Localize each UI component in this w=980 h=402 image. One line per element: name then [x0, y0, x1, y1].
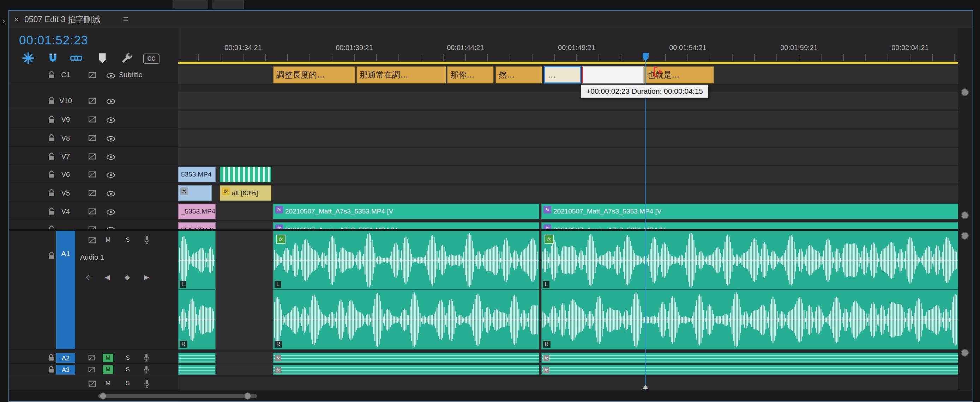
- sequence-tab[interactable]: 0507 Edit 3 掐字刪減: [24, 11, 100, 28]
- track-output-eye-icon[interactable]: [106, 97, 115, 106]
- horizontal-scrollbar[interactable]: [9, 390, 973, 401]
- solo-button[interactable]: S: [123, 236, 133, 244]
- lock-icon[interactable]: [47, 170, 56, 179]
- nest-toggle-icon[interactable]: [22, 52, 34, 64]
- track-target-a1[interactable]: A1: [56, 231, 75, 350]
- video-scroll-handle-bottom[interactable]: [961, 211, 969, 219]
- audio-clip[interactable]: fx: [541, 365, 958, 375]
- solo-button[interactable]: S: [123, 354, 133, 362]
- voiceover-mic-icon[interactable]: [142, 353, 151, 362]
- sync-lock-icon[interactable]: [88, 188, 97, 198]
- sync-lock-icon[interactable]: [88, 170, 97, 179]
- work-area-bar[interactable]: [178, 62, 958, 64]
- panel-collapse-chevron[interactable]: ›: [2, 16, 5, 27]
- sync-lock-icon[interactable]: [88, 133, 97, 143]
- audio-clip[interactable]: L R: [178, 231, 216, 350]
- track-output-eye-icon[interactable]: [106, 134, 115, 143]
- video-clip[interactable]: _5353.MP4: [178, 204, 216, 219]
- track-output-eye-icon[interactable]: [106, 71, 115, 80]
- track-output-eye-icon[interactable]: [106, 153, 115, 162]
- snap-icon[interactable]: [47, 52, 59, 64]
- sync-lock-icon[interactable]: [88, 70, 97, 80]
- audio-scroll-handle-top[interactable]: [961, 232, 969, 240]
- caption-clip[interactable]: 那你…: [447, 66, 494, 84]
- lock-icon[interactable]: [47, 366, 56, 374]
- captions-menu-icon[interactable]: CC: [143, 54, 159, 64]
- caption-clip[interactable]: 那通常在調…: [356, 66, 446, 84]
- video-clip[interactable]: fx20210507_Annie_A7s3_5351.MP4 [V: [273, 222, 539, 229]
- track-output-eye-icon[interactable]: [106, 225, 115, 229]
- prev-keyframe-icon[interactable]: ◀: [105, 273, 110, 281]
- audio-scroll-handle-bottom[interactable]: [961, 349, 969, 356]
- audio-clip[interactable]: fx: [273, 365, 539, 375]
- next-keyframe-icon[interactable]: ▶: [144, 273, 149, 281]
- mute-button[interactable]: M: [103, 236, 113, 244]
- lock-icon[interactable]: [47, 152, 56, 161]
- lock-icon[interactable]: [47, 188, 56, 198]
- video-clip[interactable]: 5353.MP4: [178, 167, 216, 182]
- sync-lock-icon[interactable]: [88, 96, 97, 105]
- close-tab-icon[interactable]: ×: [14, 14, 19, 25]
- sync-lock-icon[interactable]: [88, 353, 96, 362]
- video-clip[interactable]: 351.MP4 [V: [178, 222, 216, 229]
- add-marker-icon[interactable]: [96, 52, 108, 64]
- track-output-eye-icon[interactable]: [106, 189, 115, 198]
- keyframe-toggle-icon[interactable]: ◇: [86, 273, 91, 281]
- audio-clip[interactable]: fx L R: [273, 231, 539, 350]
- audio-clip[interactable]: [178, 365, 216, 375]
- vertical-scrollbar[interactable]: [958, 28, 973, 390]
- lock-icon[interactable]: [47, 207, 56, 216]
- track-output-eye-icon[interactable]: [106, 207, 115, 217]
- voiceover-mic-icon[interactable]: [142, 379, 151, 388]
- caption-clip-selected[interactable]: …: [544, 66, 581, 84]
- lock-icon[interactable]: [47, 225, 56, 229]
- voiceover-mic-icon[interactable]: [142, 366, 151, 374]
- playhead-timecode[interactable]: 00:01:52:23: [19, 33, 88, 47]
- lock-icon[interactable]: [47, 96, 56, 105]
- sync-lock-icon[interactable]: [88, 366, 96, 374]
- add-keyframe-icon[interactable]: ◆: [124, 273, 130, 281]
- track-target-a3[interactable]: A3: [56, 365, 75, 375]
- sync-lock-icon[interactable]: [88, 207, 97, 216]
- panel-menu-icon[interactable]: ≡: [123, 11, 129, 27]
- zoom-handle-right[interactable]: [244, 393, 251, 400]
- caption-clip[interactable]: 調整長度的…: [273, 66, 355, 84]
- lock-icon[interactable]: [47, 353, 56, 362]
- video-clip[interactable]: fx20210507_Matt_A7s3_5353.MP4 [V: [273, 204, 539, 219]
- video-clip[interactable]: fx20210507_Matt_A7s3_5353.MP4 [V: [541, 204, 958, 219]
- caption-clip-trim-preview[interactable]: [582, 66, 644, 84]
- timeline-settings-icon[interactable]: [121, 52, 133, 64]
- track-output-eye-icon[interactable]: [106, 116, 115, 125]
- lock-icon[interactable]: [47, 133, 56, 143]
- sync-lock-icon[interactable]: [88, 225, 97, 229]
- audio-clip[interactable]: [178, 353, 216, 363]
- mute-button[interactable]: M: [103, 366, 113, 374]
- lock-icon[interactable]: [47, 115, 56, 124]
- mute-button[interactable]: M: [103, 379, 113, 388]
- linked-selection-icon[interactable]: [70, 52, 82, 64]
- track-output-eye-icon[interactable]: [106, 171, 115, 180]
- voiceover-mic-icon[interactable]: [142, 235, 151, 245]
- video-scroll-handle-top[interactable]: [961, 89, 969, 96]
- video-clip[interactable]: fx20210507_Annie_A7s3_5351.MP4 [V: [541, 222, 958, 229]
- lock-icon[interactable]: [47, 70, 56, 80]
- sync-lock-icon[interactable]: [88, 379, 97, 388]
- solo-button[interactable]: S: [123, 366, 133, 374]
- mute-button[interactable]: M: [103, 354, 113, 362]
- zoom-handle-left[interactable]: [100, 393, 107, 400]
- audio-clip[interactable]: fx: [273, 353, 539, 363]
- lock-icon[interactable]: [47, 251, 56, 260]
- playhead-caret[interactable]: [642, 385, 649, 389]
- sync-lock-icon[interactable]: [88, 115, 97, 124]
- caption-clip[interactable]: 然…: [495, 66, 542, 84]
- video-clip[interactable]: fx: [178, 185, 212, 201]
- track-target-a2[interactable]: A2: [56, 353, 75, 363]
- sync-lock-icon[interactable]: [88, 236, 97, 245]
- horizontal-scrollbar-thumb[interactable]: [98, 394, 257, 398]
- audio-clip[interactable]: fx: [541, 353, 958, 363]
- video-clip[interactable]: fxalt [60%]: [220, 185, 271, 201]
- solo-button[interactable]: S: [123, 379, 133, 388]
- video-clip-striped[interactable]: [220, 167, 271, 182]
- audio-clip[interactable]: fx L R: [541, 231, 958, 350]
- sync-lock-icon[interactable]: [88, 152, 97, 161]
